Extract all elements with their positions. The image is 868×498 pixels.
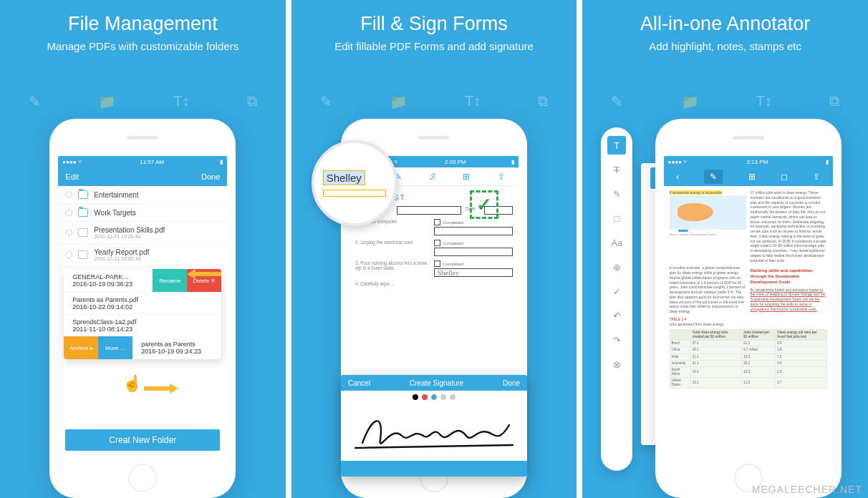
bg-icons: ✎📁T↕⧉ [0, 93, 286, 110]
checkbox-completed[interactable]: Completed [434, 260, 513, 267]
label-q2: 2. Unplug the electrical cord. [355, 240, 430, 245]
home-button[interactable] [128, 464, 157, 492]
tool-textbox[interactable]: Aa [607, 233, 626, 252]
watermark: MEGALEECHER.NET [752, 484, 862, 495]
input-signature[interactable]: Shelley [434, 268, 513, 277]
list-item[interactable]: Presentation Skills.pdf2016-12-21 10:00:… [58, 222, 227, 244]
color-red[interactable] [422, 394, 428, 400]
done-button[interactable]: Done [503, 379, 520, 387]
share-icon[interactable]: ⇪ [498, 172, 505, 182]
file-name: SprendsClass-1a2.pdf [72, 318, 136, 326]
color-blue[interactable] [431, 394, 437, 400]
grid-icon[interactable]: ⊞ [463, 172, 470, 182]
status-bar: ●●●● ᯤ 11:57 AM ▮ [58, 156, 227, 167]
file-date: 2016-12-21 10:00:48 [94, 256, 149, 261]
signature-icon[interactable]: 𝓢 [430, 172, 435, 182]
checkbox-completed[interactable]: Completed [434, 219, 513, 225]
folder-icon [78, 190, 88, 199]
input-notes[interactable] [434, 227, 513, 235]
tool-signature[interactable]: ✓ [607, 282, 626, 301]
radio-icon[interactable] [65, 229, 72, 236]
color-grey2[interactable] [450, 394, 455, 400]
status-time: 2:03 PM [445, 159, 466, 165]
panel-file-management: File Management Manage PDFs with customi… [0, 0, 286, 498]
radio-icon[interactable] [65, 209, 72, 216]
pencil-icon: ✎ [611, 93, 623, 110]
file-name: Presentation Skills.pdf [94, 226, 165, 234]
folder-icon [78, 208, 88, 217]
swipe-right-arrow-icon [144, 384, 178, 394]
list-item[interactable]: Parents as Parents.pdf2016-10-22 09:14:0… [64, 292, 221, 314]
pencil-tool-active[interactable]: ✎ [704, 170, 723, 184]
list-item[interactable]: GENERAL-PARK…2016-10-19 09:36:23 [64, 269, 153, 292]
phone-mockup-3: ●●●● ᯤ 2:13 PM ▮ ‹ ✎ ⊞ ◻ ⇪ If renewable … [655, 119, 842, 498]
tool-undo[interactable]: ↶ [607, 306, 626, 325]
share-icon[interactable]: ⇪ [813, 172, 820, 182]
radio-icon[interactable] [65, 191, 72, 198]
magnifier-callout: Shelley [312, 140, 397, 226]
copy-icon: ⧉ [538, 93, 548, 110]
tool-stamp[interactable]: ⊕ [607, 258, 626, 276]
tool-text-highlight[interactable]: T [607, 136, 626, 155]
label-q3: 3. Pour rubbing alcohol into a bowl, dip… [355, 260, 430, 270]
tool-strikethrough[interactable]: T̶ [607, 160, 626, 179]
status-time: 2:13 PM [746, 159, 768, 165]
swipe-left-arrow-icon [187, 269, 221, 279]
underlined-text: By recognizing health and education matt… [751, 288, 826, 311]
pencil-icon: ✎ [29, 93, 41, 110]
file-date: 2016-10-19 09:36:23 [72, 280, 132, 288]
more-button[interactable]: More … [98, 336, 132, 359]
create-new-folder-button[interactable]: Creat New Folder [65, 429, 220, 451]
body-text-2: In another example, a global comprehensi… [670, 265, 746, 314]
cancel-button[interactable]: Cancel [348, 379, 370, 387]
bg-icons: ✎📁T↕⧉ [291, 93, 577, 110]
tool-pencil[interactable]: ✎ [607, 185, 626, 203]
document-icon [78, 250, 88, 259]
file-name: Yearly Report.pdf [94, 248, 149, 256]
back-icon[interactable]: ‹ [676, 172, 679, 182]
folder-name: Entertainment [94, 191, 138, 199]
list-item[interactable]: parents as Parents2016-10-19 09:24:23 [132, 336, 221, 359]
text-input-highlight[interactable]: Shelley [323, 170, 365, 185]
checkbox-completed[interactable]: Completed [434, 240, 513, 246]
swipe-actions-card: GENERAL-PARK…2016-10-19 09:36:23 Rename … [64, 269, 221, 359]
bg-icons: ✎📁T↕⧉ [582, 93, 868, 110]
highlight-field [323, 190, 386, 197]
annotation-toolbar-sidebar: T T̶ ✎ □ Aa ⊕ ✓ ↶ ↷ ⊗ [601, 127, 632, 471]
copy-icon: ⧉ [247, 93, 257, 110]
pencil-icon: ✎ [320, 93, 332, 110]
battery-icon: ▮ [826, 159, 829, 165]
input-name[interactable] [397, 206, 461, 215]
color-black[interactable] [413, 394, 418, 400]
nav-done[interactable]: Done [201, 172, 220, 181]
status-time: 11:57 AM [140, 159, 164, 165]
tool-redo[interactable]: ↷ [607, 331, 626, 349]
grid-icon[interactable]: ⊞ [748, 172, 756, 182]
rename-button[interactable]: Rename [153, 269, 187, 292]
bookmark-icon[interactable]: ◻ [781, 172, 788, 182]
phone-mockup-1: ●●●● ᯤ 11:57 AM ▮ Edit Done Entertainmen… [49, 119, 236, 498]
archive-button[interactable]: Archive ▸ [64, 336, 98, 359]
text-icon: T↕ [756, 93, 772, 110]
signature-canvas[interactable] [341, 404, 527, 461]
panel1-title: File Management [0, 13, 286, 35]
color-grey[interactable] [440, 394, 446, 400]
tool-close[interactable]: ⊗ [607, 355, 626, 374]
input-notes[interactable] [434, 248, 513, 256]
screen-3: ●●●● ᯤ 2:13 PM ▮ ‹ ✎ ⊞ ◻ ⇪ If renewable … [664, 156, 833, 458]
list-item[interactable]: Work Targets [58, 204, 227, 222]
section-heading: Ranking skills and capabilities through … [751, 268, 827, 285]
radio-icon[interactable] [65, 251, 72, 258]
tool-rectangle[interactable]: □ [607, 209, 626, 228]
list-item[interactable]: SprendsClass-1a2.pdf2011-11-10 08:14:23 [64, 314, 221, 336]
color-picker [341, 391, 527, 404]
panel3-subtitle: Add highlight, notes, stamps etc [582, 40, 868, 52]
highlighted-text: If renewable energy is accessible [670, 190, 723, 195]
battery-icon: ▮ [511, 159, 514, 165]
document-preview: If renewable energy is accessible Source… [664, 186, 833, 393]
signal-icon: ●●●● ᯤ [668, 159, 690, 165]
list-item[interactable]: Entertainment [58, 186, 227, 204]
nav-edit[interactable]: Edit [65, 172, 79, 181]
list-item[interactable]: Yearly Report.pdf2016-12-21 10:00:48 [58, 244, 227, 266]
file-name: GENERAL-PARK… [72, 273, 132, 280]
